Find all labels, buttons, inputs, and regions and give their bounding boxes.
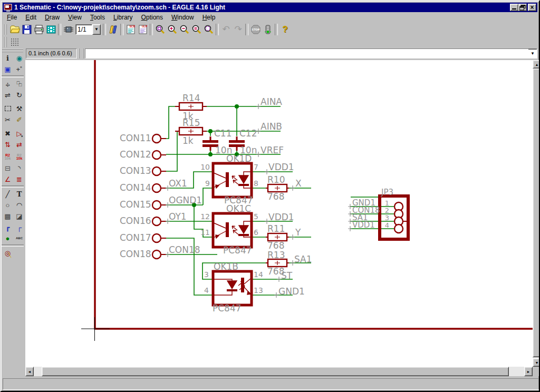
label-r15-value[interactable]: 1k: [182, 135, 194, 146]
label-tool[interactable]: ABC: [14, 233, 25, 243]
zoom-redraw-button[interactable]: [190, 24, 202, 35]
arc-tool[interactable]: ◠: [14, 200, 25, 210]
sheet-dropdown-button[interactable]: ▼: [92, 24, 101, 35]
polygon-tool[interactable]: ◪: [14, 211, 25, 221]
label-net-ainb[interactable]: AINB: [261, 121, 282, 132]
group-tool[interactable]: [2, 103, 13, 114]
label-con11[interactable]: CON11: [120, 133, 151, 143]
vertical-scrollbar[interactable]: ▲ ▼: [533, 60, 540, 367]
open-button[interactable]: [8, 24, 21, 35]
paste-tool[interactable]: ✐: [14, 114, 25, 125]
cam-processor-button[interactable]: [45, 24, 57, 35]
go-button[interactable]: [262, 24, 274, 35]
label-net-st[interactable]: ST: [281, 270, 293, 281]
horizontal-thumb[interactable]: [42, 367, 509, 376]
copy-tool[interactable]: □□: [14, 79, 25, 89]
save-button[interactable]: [21, 24, 33, 35]
menu-file[interactable]: File: [3, 13, 21, 22]
label-net-x[interactable]: X: [295, 178, 302, 189]
toolbar-grip[interactable]: [3, 24, 7, 35]
add-tool[interactable]: ▷↘: [14, 128, 25, 139]
gateswap-tool[interactable]: ⇄: [14, 139, 25, 150]
show-tool[interactable]: ◉: [14, 53, 25, 63]
split-tool[interactable]: ∠: [2, 174, 13, 184]
label-con14[interactable]: CON14: [120, 182, 151, 193]
label-net-vref[interactable]: VREF: [261, 145, 284, 155]
label-net-ognd1[interactable]: OGND1: [169, 195, 202, 205]
schematic-canvas[interactable]: CON11 CON12 CON13 CON14 CON15 CON16 CON1…: [25, 60, 533, 367]
label-ok1b-name[interactable]: OK1B: [214, 261, 238, 272]
display-layers-tool[interactable]: ▣: [2, 64, 13, 74]
rotate-tool[interactable]: ↻: [14, 90, 25, 100]
label-net-vdd1-top[interactable]: VDD1: [268, 162, 294, 172]
menu-options[interactable]: Options: [137, 13, 167, 22]
label-con18[interactable]: CON18: [120, 249, 151, 259]
label-r10-value[interactable]: 768: [267, 191, 284, 202]
label-con13[interactable]: CON13: [120, 165, 151, 176]
label-net-sa1[interactable]: SA1: [294, 254, 312, 264]
label-ok1b-value[interactable]: PC847: [213, 303, 242, 313]
invoke-tool[interactable]: ≣: [14, 174, 25, 184]
junction-tool[interactable]: ●: [2, 233, 13, 243]
change-tool[interactable]: ⚒: [14, 103, 25, 114]
scroll-right-button[interactable]: ►: [524, 367, 533, 376]
zoom-in-button[interactable]: [166, 24, 178, 35]
wire-tool[interactable]: ╱: [2, 189, 13, 199]
title-bar[interactable]: 1 Schematic - C:\nowy-projekt\schematy\z…: [3, 3, 537, 12]
open-board-button[interactable]: [62, 24, 74, 35]
grid-button[interactable]: [8, 36, 21, 48]
mark-tool[interactable]: +˚: [14, 64, 25, 74]
help-button[interactable]: ?: [279, 24, 291, 35]
label-net-oy1[interactable]: OY1: [169, 211, 187, 222]
name-tool[interactable]: R210k: [2, 152, 13, 162]
stop-button[interactable]: STOP: [249, 24, 262, 35]
vertical-thumb[interactable]: [533, 68, 540, 357]
label-con15[interactable]: CON15: [120, 199, 151, 210]
sheet-value[interactable]: 1/1: [75, 24, 92, 35]
toolbar-grip[interactable]: [3, 37, 7, 47]
menu-view[interactable]: View: [64, 13, 86, 22]
label-net-gnd1[interactable]: GND1: [278, 286, 305, 297]
label-net-vdd1-mid[interactable]: VDD1: [268, 212, 294, 222]
pinswap-tool[interactable]: ⇅: [2, 139, 13, 150]
label-jp3-name[interactable]: JP3: [381, 188, 393, 197]
redo-button[interactable]: ↷: [232, 24, 244, 35]
label-ok1d-name[interactable]: OK1D: [226, 153, 252, 164]
menu-window[interactable]: Window: [167, 13, 198, 22]
app-icon[interactable]: [4, 4, 12, 12]
rect-tool[interactable]: ▩: [2, 211, 13, 221]
run-script-button[interactable]: SCR: [124, 24, 137, 35]
text-tool[interactable]: T: [14, 189, 25, 199]
menu-library[interactable]: Library: [109, 13, 137, 22]
zoom-select-button[interactable]: [202, 24, 215, 35]
label-r15-name[interactable]: R15: [182, 117, 200, 128]
print-button[interactable]: [33, 24, 45, 35]
label-r14-name[interactable]: R14: [182, 93, 200, 103]
label-con16[interactable]: CON16: [120, 215, 151, 226]
label-jp3-net4[interactable]: VDD1: [352, 220, 375, 230]
circle-tool[interactable]: ○: [2, 200, 13, 210]
menu-help[interactable]: Help: [198, 13, 220, 22]
zoom-fit-button[interactable]: [154, 24, 166, 35]
label-net-ox1[interactable]: OX1: [169, 178, 187, 189]
delete-tool[interactable]: ✖: [2, 128, 13, 139]
command-dropdown-button[interactable]: ▼: [528, 49, 537, 58]
label-c11-name[interactable]: C11: [214, 128, 232, 139]
run-ulp-button[interactable]: ULP: [137, 24, 149, 35]
horizontal-scrollbar[interactable]: ◄ ►: [25, 367, 533, 376]
minimize-button[interactable]: [510, 4, 518, 11]
zoom-out-button[interactable]: [178, 24, 190, 35]
label-r11-value[interactable]: 768: [267, 240, 284, 251]
palette-grip[interactable]: [2, 48, 23, 52]
bus-tool[interactable]: ┏: [2, 222, 13, 232]
smash-tool[interactable]: ⊟: [2, 163, 13, 173]
move-tool[interactable]: ↔↕: [2, 79, 13, 89]
label-con12[interactable]: CON12: [120, 149, 151, 160]
menu-draw[interactable]: Draw: [41, 13, 64, 22]
erc-tool[interactable]: ◎╲: [2, 248, 13, 258]
label-c12-name[interactable]: C12: [239, 128, 257, 139]
label-con17[interactable]: CON17: [120, 232, 151, 243]
scroll-left-button[interactable]: ◄: [25, 367, 34, 376]
info-tool[interactable]: i: [2, 53, 13, 63]
label-net-y[interactable]: Y: [295, 227, 301, 238]
